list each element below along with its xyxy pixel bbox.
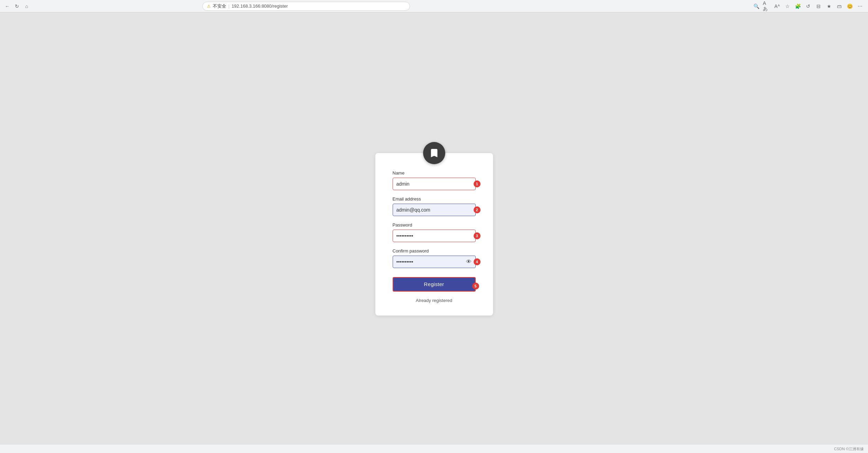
- confirm-password-group: Confirm password 4 👁: [393, 248, 476, 268]
- favorites-icon[interactable]: ★: [825, 2, 833, 10]
- collection-icon[interactable]: 🗃: [835, 2, 843, 10]
- register-card: Name 1 Email address 2 Password: [375, 153, 493, 316]
- split-view-icon[interactable]: ⊟: [815, 2, 822, 10]
- register-button[interactable]: Register: [393, 277, 476, 292]
- back-button[interactable]: ←: [4, 3, 10, 9]
- bookmark-add-icon[interactable]: ☆: [784, 2, 791, 10]
- browser-right-actions: 🔍 Aあ Aᴬ ☆ 🧩 ↺ ⊟ ★ 🗃 😊 ⋯: [752, 2, 864, 10]
- password-input[interactable]: [393, 230, 476, 242]
- confirm-password-input[interactable]: [393, 256, 476, 268]
- security-warning-icon: ⚠: [207, 4, 211, 9]
- footer-credit: CSDN ©江洲有缘: [834, 446, 864, 452]
- email-input-wrapper: 2: [393, 204, 476, 216]
- toggle-password-icon[interactable]: 👁: [466, 259, 472, 265]
- address-bar[interactable]: ⚠ 不安全 | 192.168.3.166:8080/register: [202, 2, 410, 11]
- read-icon[interactable]: Aᴬ: [773, 2, 781, 10]
- main-content: Name 1 Email address 2 Password: [0, 12, 868, 445]
- url-text: 192.168.3.166:8080/register: [231, 3, 288, 9]
- email-input[interactable]: [393, 204, 476, 216]
- translate-icon[interactable]: Aあ: [763, 2, 770, 10]
- bookmark-icon: [429, 148, 440, 159]
- password-label: Password: [393, 222, 476, 228]
- email-label: Email address: [393, 196, 476, 202]
- name-group: Name 1: [393, 170, 476, 190]
- name-input[interactable]: [393, 178, 476, 190]
- profile-icon[interactable]: 😊: [846, 2, 853, 10]
- step-badge-5: 5: [472, 283, 479, 290]
- confirm-password-input-wrapper: 4 👁: [393, 256, 476, 268]
- nav-buttons: ← ↻ ⌂: [4, 3, 30, 9]
- register-card-wrapper: Name 1 Email address 2 Password: [375, 142, 493, 316]
- step-badge-2: 2: [474, 206, 481, 213]
- search-icon[interactable]: 🔍: [752, 2, 760, 10]
- avatar: [423, 142, 445, 164]
- step-badge-3: 3: [474, 232, 481, 239]
- password-group: Password 3: [393, 222, 476, 242]
- email-group: Email address 2: [393, 196, 476, 216]
- password-input-wrapper: 3: [393, 230, 476, 242]
- more-icon[interactable]: ⋯: [856, 2, 864, 10]
- browser-chrome: ← ↻ ⌂ ⚠ 不安全 | 192.168.3.166:8080/registe…: [0, 0, 868, 12]
- name-input-wrapper: 1: [393, 178, 476, 190]
- bottom-bar: CSDN ©江洲有缘: [0, 445, 868, 453]
- refresh-icon[interactable]: ↺: [804, 2, 812, 10]
- extensions-icon[interactable]: 🧩: [794, 2, 802, 10]
- step-badge-4: 4: [474, 258, 481, 265]
- step-badge-1: 1: [474, 180, 481, 187]
- confirm-password-label: Confirm password: [393, 248, 476, 254]
- home-button[interactable]: ⌂: [24, 3, 30, 9]
- separator: |: [228, 3, 229, 9]
- name-label: Name: [393, 170, 476, 176]
- insecure-label: 不安全: [213, 3, 226, 9]
- already-registered-link[interactable]: Already registered: [393, 298, 476, 303]
- register-button-wrapper: Register 5: [393, 274, 476, 298]
- forward-button[interactable]: ↻: [14, 3, 20, 9]
